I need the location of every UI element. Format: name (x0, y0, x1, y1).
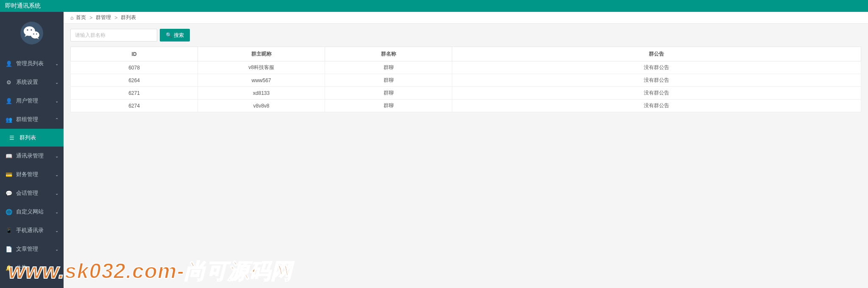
cell-notice: 没有群公告 (452, 87, 861, 100)
chevron-down-icon: ⌄ (55, 191, 58, 196)
cell-notice: 没有群公告 (452, 61, 861, 74)
th-name: 群名称 (325, 47, 452, 61)
cell-owner: xd8133 (198, 87, 325, 100)
cell-name: 群聊 (325, 87, 452, 100)
chevron-down-icon: ⌄ (55, 154, 58, 158)
gear-icon: ⚙ (6, 79, 12, 86)
sidebar-item-label: 财务管理 (16, 171, 38, 178)
sidebar-item-announcement[interactable]: 🔔 公告 ⌄ (0, 258, 64, 277)
breadcrumb-sep: > (114, 15, 117, 21)
content: 🔍 搜索 ID 群主昵称 群名称 群公告 6078 v8科技客服 群聊 没有群公… (64, 24, 868, 117)
bell-icon: 🔔 (6, 265, 12, 271)
cell-id: 6274 (71, 100, 198, 112)
chat-icon: 💬 (6, 190, 12, 197)
book-icon: 📖 (6, 153, 12, 159)
sidebar-item-label: 群组管理 (16, 116, 38, 123)
sidebar-item-group-management[interactable]: 👥 群组管理 ⌃ (0, 110, 64, 129)
search-icon: 🔍 (166, 32, 172, 38)
sidebar-item-label: 管理员列表 (16, 60, 44, 67)
sidebar-item-label: 会话管理 (16, 189, 38, 197)
chevron-down-icon: ⌄ (55, 266, 58, 270)
cell-name: 群聊 (325, 74, 452, 87)
main: ⌂ 首页 > 群管理 > 群列表 🔍 搜索 ID 群主昵称 群名称 群公告 (64, 12, 868, 288)
search-button-label: 搜索 (174, 32, 184, 39)
chevron-down-icon: ⌄ (55, 210, 58, 214)
chevron-down-icon: ⌄ (55, 99, 58, 103)
home-icon: ⌂ (70, 15, 73, 21)
table-row[interactable]: 6264 www567 群聊 没有群公告 (71, 74, 861, 87)
sidebar-item-article-management[interactable]: 📄 文章管理 ⌄ (0, 240, 64, 258)
sidebar-item-label: 群列表 (19, 134, 36, 141)
cell-notice: 没有群公告 (452, 100, 861, 112)
cell-id: 6078 (71, 61, 198, 74)
breadcrumb: ⌂ 首页 > 群管理 > 群列表 (64, 12, 868, 24)
svg-point-2 (27, 29, 28, 30)
cell-owner: www567 (198, 74, 325, 87)
sidebar-item-label: 用户管理 (16, 97, 38, 105)
phone-icon: 📱 (6, 227, 12, 234)
logo (0, 12, 64, 54)
sidebar-item-label: 自定义网站 (16, 208, 44, 216)
list-icon: ☰ (9, 135, 15, 141)
app-title: 即时通讯系统 (5, 2, 41, 10)
chevron-down-icon: ⌄ (55, 228, 58, 233)
cell-owner: v8v8v8 (198, 100, 325, 112)
chevron-down-icon: ⌄ (55, 80, 58, 85)
chevron-down-icon: ⌄ (55, 247, 58, 252)
sidebar-subitem-group-list[interactable]: ☰ 群列表 (0, 129, 64, 147)
sidebar-item-label: 手机通讯录 (16, 227, 44, 234)
breadcrumb-l2[interactable]: 群管理 (96, 14, 111, 21)
sidebar-item-admin-list[interactable]: 👤 管理员列表 ⌄ (0, 54, 64, 73)
table-header-row: ID 群主昵称 群名称 群公告 (71, 47, 861, 61)
sidebar-item-custom-site[interactable]: 🌐 自定义网站 ⌄ (0, 202, 64, 221)
cell-name: 群聊 (325, 61, 452, 74)
sidebar-item-contacts-management[interactable]: 📖 通讯录管理 ⌄ (0, 147, 64, 165)
sidebar-item-label: 系统设置 (16, 78, 38, 86)
search-input[interactable] (70, 29, 157, 42)
svg-point-3 (31, 29, 32, 30)
cell-name: 群聊 (325, 100, 452, 112)
sidebar-item-phone-contacts[interactable]: 📱 手机通讯录 ⌄ (0, 221, 64, 240)
sidebar-item-finance-management[interactable]: 💳 财务管理 ⌄ (0, 165, 64, 184)
person-icon: 👤 (6, 61, 12, 67)
chevron-up-icon: ⌃ (55, 117, 58, 122)
chevron-down-icon: ⌄ (55, 61, 58, 66)
breadcrumb-l3: 群列表 (121, 14, 136, 21)
cell-owner: v8科技客服 (198, 61, 325, 74)
sidebar: 👤 管理员列表 ⌄ ⚙ 系统设置 ⌄ 👤 用户管理 ⌄ 👥 群组管理 ⌃ ☰ 群… (0, 12, 64, 288)
cell-id: 6271 (71, 87, 198, 100)
svg-point-4 (31, 31, 39, 39)
people-icon: 👥 (6, 116, 12, 123)
sidebar-item-label: 公告 (16, 264, 27, 271)
sidebar-item-session-management[interactable]: 💬 会话管理 ⌄ (0, 184, 64, 202)
card-icon: 💳 (6, 172, 12, 178)
table-row[interactable]: 6078 v8科技客服 群聊 没有群公告 (71, 61, 861, 74)
th-notice: 群公告 (452, 47, 861, 61)
search-button[interactable]: 🔍 搜索 (160, 29, 190, 42)
svg-point-5 (33, 33, 34, 35)
cell-id: 6264 (71, 74, 198, 87)
th-id: ID (71, 47, 198, 61)
table-row[interactable]: 6271 xd8133 群聊 没有群公告 (71, 87, 861, 100)
breadcrumb-sep: > (89, 15, 92, 21)
sidebar-item-system-settings[interactable]: ⚙ 系统设置 ⌄ (0, 73, 64, 91)
person-icon: 👤 (6, 98, 12, 104)
wechat-logo-icon (20, 21, 44, 45)
group-table: ID 群主昵称 群名称 群公告 6078 v8科技客服 群聊 没有群公告 626… (70, 47, 861, 112)
chevron-down-icon: ⌄ (55, 172, 58, 177)
sidebar-item-label: 文章管理 (16, 245, 38, 253)
search-row: 🔍 搜索 (70, 29, 861, 42)
sidebar-item-label: 通讯录管理 (16, 152, 44, 160)
globe-icon: 🌐 (6, 209, 12, 215)
sidebar-item-user-management[interactable]: 👤 用户管理 ⌄ (0, 91, 64, 110)
doc-icon: 📄 (6, 246, 12, 252)
cell-notice: 没有群公告 (452, 74, 861, 87)
svg-point-6 (36, 33, 37, 35)
table-row[interactable]: 6274 v8v8v8 群聊 没有群公告 (71, 100, 861, 112)
breadcrumb-home[interactable]: 首页 (76, 14, 86, 21)
top-bar: 即时通讯系统 (0, 0, 868, 12)
th-owner: 群主昵称 (198, 47, 325, 61)
